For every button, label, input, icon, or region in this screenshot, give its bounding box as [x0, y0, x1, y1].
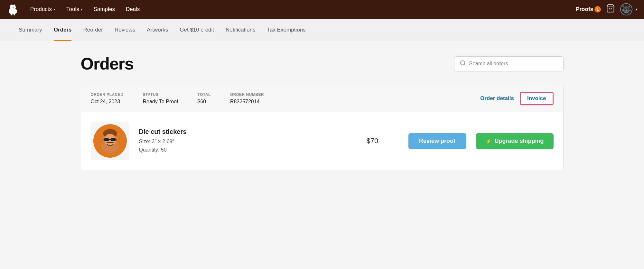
- brand-logo[interactable]: [6, 3, 19, 16]
- search-input[interactable]: [469, 61, 558, 67]
- order-header-actions: Order details Invoice: [480, 92, 553, 105]
- svg-rect-30: [104, 138, 109, 141]
- order-number-group: ORDER NUMBER R832572014: [230, 92, 264, 105]
- tab-get-credit[interactable]: Get $10 credit: [174, 19, 220, 41]
- order-status-label: STATUS: [143, 92, 178, 97]
- order-placed-value: Oct 24, 2023: [91, 99, 124, 105]
- svg-rect-6: [11, 13, 12, 15]
- tools-chevron: ▾: [81, 7, 83, 12]
- tab-reorder[interactable]: Reorder: [77, 19, 108, 41]
- top-navigation: Products ▾ Tools ▾ Samples Deals Proofs …: [0, 0, 644, 19]
- order-total-group: TOTAL $60: [198, 92, 211, 105]
- order-status-group: STATUS Ready To Proof: [143, 92, 178, 105]
- tab-tax-exemptions[interactable]: Tax Exemptions: [261, 19, 312, 41]
- svg-point-16: [625, 9, 626, 9]
- svg-point-17: [628, 9, 628, 9]
- svg-point-23: [460, 60, 464, 65]
- avatar-button[interactable]: [620, 3, 632, 15]
- nav-deals[interactable]: Deals: [121, 4, 144, 15]
- order-status-value: Ready To Proof: [143, 99, 178, 105]
- tab-notifications[interactable]: Notifications: [220, 19, 261, 41]
- order-total-label: TOTAL: [198, 92, 211, 97]
- proofs-badge: 1: [594, 6, 601, 13]
- svg-line-24: [464, 64, 465, 65]
- order-number-label: ORDER NUMBER: [230, 92, 264, 97]
- svg-point-4: [12, 7, 13, 8]
- search-icon: [460, 60, 466, 68]
- svg-point-11: [624, 6, 629, 13]
- page-title: Orders: [81, 54, 134, 73]
- product-size: Size: 3″ × 2.69″: [139, 137, 357, 146]
- main-content: Orders ORDER PLACED Oct 24, 2023 STATUS …: [65, 41, 580, 183]
- svg-point-18: [626, 10, 627, 11]
- nav-right-section: Proofs 1: [576, 2, 638, 17]
- order-total-value: $60: [198, 99, 211, 105]
- proofs-button[interactable]: Proofs 1: [576, 6, 601, 13]
- svg-point-5: [14, 7, 14, 8]
- tab-summary[interactable]: Summary: [13, 19, 48, 41]
- order-card: ORDER PLACED Oct 24, 2023 STATUS Ready T…: [81, 85, 564, 170]
- avatar-dropdown-chevron[interactable]: ▾: [636, 7, 638, 12]
- nav-products[interactable]: Products ▾: [26, 4, 60, 15]
- order-placed-group: ORDER PLACED Oct 24, 2023: [91, 92, 124, 105]
- svg-rect-31: [111, 138, 116, 141]
- upgrade-shipping-button[interactable]: ⚡ Upgrade shipping: [476, 133, 554, 149]
- sub-navigation: Summary Orders Reorder Reviews Artworks …: [0, 19, 644, 41]
- order-placed-label: ORDER PLACED: [91, 92, 124, 97]
- order-details-link[interactable]: Order details: [480, 95, 514, 102]
- tab-artworks[interactable]: Artworks: [141, 19, 174, 41]
- svg-point-14: [624, 8, 626, 10]
- product-price: $70: [367, 137, 399, 145]
- logo-icon: [6, 3, 19, 16]
- product-quantity: Quantity: 50: [139, 146, 357, 154]
- nav-tools[interactable]: Tools ▾: [62, 4, 87, 15]
- products-chevron: ▾: [53, 7, 55, 12]
- lightning-icon: ⚡: [486, 138, 492, 144]
- order-header-row: ORDER PLACED Oct 24, 2023 STATUS Ready T…: [81, 85, 563, 112]
- cart-icon[interactable]: [604, 2, 617, 17]
- svg-point-15: [627, 8, 628, 10]
- page-header: Orders: [81, 54, 564, 73]
- review-proof-button[interactable]: Review proof: [408, 133, 466, 149]
- nav-samples[interactable]: Samples: [89, 4, 119, 15]
- tab-reviews[interactable]: Reviews: [109, 19, 141, 41]
- order-number-value: R832572014: [230, 99, 264, 105]
- invoice-button[interactable]: Invoice: [520, 92, 554, 105]
- product-info: Die cut stickers Size: 3″ × 2.69″ Quanti…: [139, 128, 357, 154]
- search-container: [454, 56, 564, 71]
- product-thumbnail: [91, 122, 129, 160]
- product-name: Die cut stickers: [139, 128, 357, 135]
- svg-rect-7: [14, 13, 15, 15]
- tab-orders[interactable]: Orders: [48, 19, 78, 41]
- order-item-row: Die cut stickers Size: 3″ × 2.69″ Quanti…: [81, 112, 563, 170]
